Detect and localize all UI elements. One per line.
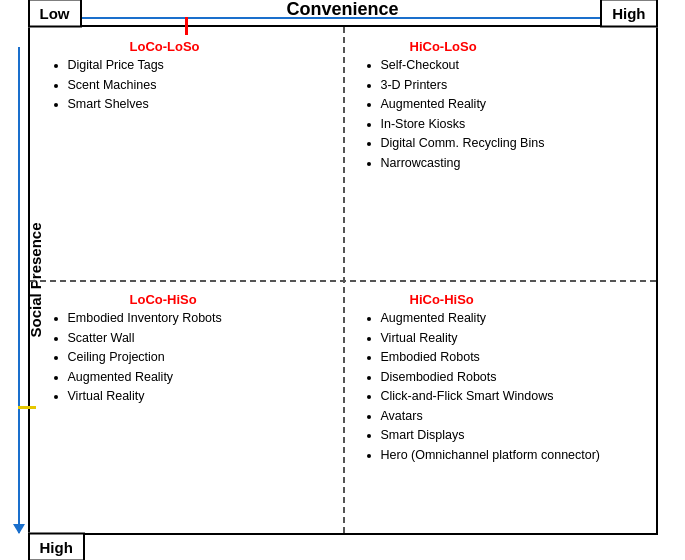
loco-hiso-list: Embodied Inventory Robots Scatter Wall C… (50, 310, 333, 406)
list-item: Narrowcasting (381, 155, 646, 173)
list-item: Smart Shelves (68, 96, 333, 114)
quadrant-hico-hiso: Augmented Reality Virtual Reality Embodi… (343, 280, 656, 533)
list-item: Smart Displays (381, 427, 646, 445)
hico-loso-list: Self-Checkout 3-D Printers Augmented Rea… (363, 57, 646, 172)
list-item: Digital Comm. Recycling Bins (381, 135, 646, 153)
convenience-arrow (60, 17, 656, 19)
quadrant-loco-hiso: Embodied Inventory Robots Scatter Wall C… (30, 280, 343, 533)
list-item: Digital Price Tags (68, 57, 333, 75)
list-item: Augmented Reality (381, 96, 646, 114)
list-item: 3-D Printers (381, 77, 646, 95)
list-item: Disembodied Robots (381, 369, 646, 387)
list-item: Ceiling Projection (68, 349, 333, 367)
list-item: Augmented Reality (381, 310, 646, 328)
list-item: Self-Checkout (381, 57, 646, 75)
list-item: Click-and-Flick Smart Windows (381, 388, 646, 406)
list-item: Virtual Reality (68, 388, 333, 406)
social-arrow (18, 47, 20, 533)
low-label: Low (28, 0, 82, 28)
hico-hiso-list: Augmented Reality Virtual Reality Embodi… (363, 310, 646, 464)
list-item: Embodied Inventory Robots (68, 310, 333, 328)
quadrant-hico-loso: Self-Checkout 3-D Printers Augmented Rea… (343, 27, 656, 280)
list-item: Virtual Reality (381, 330, 646, 348)
loco-loso-list: Digital Price Tags Scent Machines Smart … (50, 57, 333, 114)
list-item: In-Store Kiosks (381, 116, 646, 134)
list-item: Scatter Wall (68, 330, 333, 348)
chart-container: Convenience Social Presence Low High Hig… (28, 25, 658, 535)
list-item: Hero (Omnichannel platform connector) (381, 447, 646, 465)
list-item: Avatars (381, 408, 646, 426)
quadrant-loco-loso: Digital Price Tags Scent Machines Smart … (30, 27, 343, 280)
list-item: Augmented Reality (68, 369, 333, 387)
high-right-label: High (600, 0, 657, 28)
high-bottom-label: High (28, 533, 85, 561)
list-item: Scent Machines (68, 77, 333, 95)
chart-outer: Convenience Social Presence Low High Hig… (0, 0, 685, 560)
list-item: Embodied Robots (381, 349, 646, 367)
